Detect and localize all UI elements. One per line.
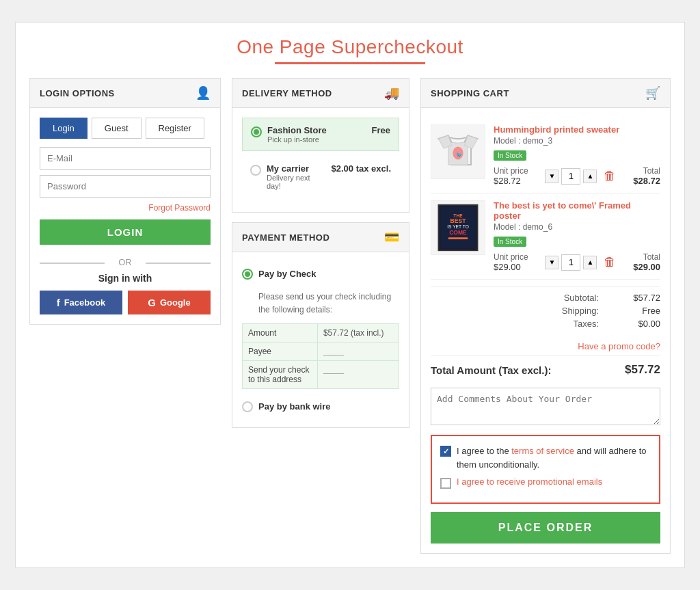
delete-poster[interactable]: 🗑 [604, 255, 616, 269]
payment-option-bankwire[interactable]: Pay by bank wire [242, 394, 399, 418]
unit-price-label-poster: Unit price [494, 252, 528, 262]
delivery-option-fashion[interactable]: Fashion Store Pick up in-store Free [242, 118, 399, 151]
unit-price-val-sweater: $28.72 [494, 176, 528, 186]
total-label-sweater: Total [633, 166, 660, 176]
delivery-panel: DELIVERY METHOD 🚚 Fashion Store Pick up … [232, 78, 409, 213]
delivery-sub-carrier: Delivery next day! [267, 174, 326, 190]
forgot-password-link[interactable]: Forgot Password [40, 203, 211, 213]
payment-bankwire-label: Pay by bank wire [258, 401, 331, 412]
total-amount-label: Total Amount (Tax excl.): [431, 364, 551, 376]
qty-down-sweater[interactable]: ▼ [545, 170, 558, 183]
delivery-panel-body: Fashion Store Pick up in-store Free My c… [232, 108, 409, 212]
facebook-label: Facebook [64, 297, 106, 308]
svg-rect-11 [448, 237, 468, 239]
qty-control-poster: ▼ ▲ 🗑 [545, 254, 616, 271]
total-amount-value: $57.72 [625, 363, 660, 377]
cart-totals: Subtotal: $57.72 Shipping: Free Taxes: $… [431, 286, 660, 337]
payment-check-label: Pay by Check [258, 269, 317, 279]
in-stock-badge-sweater: In Stock [494, 150, 526, 161]
table-row: Send your check to this address [243, 361, 399, 389]
delivery-info-fashion: Fashion Store Pick up in-store [267, 125, 366, 144]
google-login-button[interactable]: G Google [128, 291, 211, 314]
check-details-table: Amount $57.72 (tax incl.) Payee Send you… [242, 323, 399, 389]
cart-item-model-sweater: Model : demo_3 [494, 136, 660, 146]
facebook-icon: f [57, 297, 60, 308]
sweater-image: 🐦 [432, 126, 484, 178]
payment-panel-body: Pay by Check Please send us your check i… [232, 252, 409, 427]
or-divider: OR [40, 257, 211, 267]
promo-email-row: I agree to receive promotional emails [440, 477, 651, 489]
google-label: Google [160, 297, 191, 308]
promo-email-checkbox[interactable] [440, 478, 451, 489]
cart-panel: SHOPPING CART 🛒 [420, 78, 671, 554]
taxes-value: $0.00 [619, 319, 660, 329]
sign-in-with-label: Sign in with [40, 273, 211, 284]
payment-panel: PAYMENT METHOD 💳 Pay by Check Please sen… [232, 222, 409, 428]
subtotal-label: Subtotal: [564, 293, 599, 303]
check-address-label: Send your check to this address [243, 361, 318, 389]
check-payee-value [317, 343, 399, 361]
radio-bank-wire[interactable] [242, 401, 253, 412]
login-panel-body: Login Guest Register Forgot Password LOG… [30, 108, 220, 324]
poster-image: THE BEST IS YET TO COME [432, 202, 484, 254]
password-field[interactable] [40, 175, 211, 198]
delivery-price-fashion: Free [372, 125, 390, 135]
qty-down-poster[interactable]: ▼ [545, 256, 558, 269]
subtotal-row: Subtotal: $57.72 [431, 293, 660, 303]
delivery-panel-header: DELIVERY METHOD 🚚 [232, 79, 409, 108]
delivery-name-carrier: My carrier [267, 163, 326, 174]
login-panel-title: LOGIN OPTIONS [40, 88, 115, 98]
terms-checkbox[interactable] [440, 446, 451, 457]
qty-input-poster[interactable] [561, 254, 580, 271]
payment-option-check[interactable]: Pay by Check [242, 262, 399, 285]
cart-panel-header: SHOPPING CART 🛒 [421, 79, 670, 108]
table-row: Payee [243, 343, 399, 361]
cart-item-model-poster: Model : demo_6 [494, 222, 660, 232]
total-col-poster: Total $29.00 [633, 252, 660, 272]
cart-icon: 🛒 [645, 85, 660, 100]
tab-login[interactable]: Login [40, 118, 88, 139]
qty-up-sweater[interactable]: ▲ [583, 170, 597, 183]
cart-item-name-sweater: Hummingbird printed sweater [494, 124, 660, 135]
table-row: Amount $57.72 (tax incl.) [243, 324, 399, 343]
terms-of-service-row: I agree to the terms of service and will… [440, 444, 651, 471]
subtotal-value: $57.72 [619, 293, 660, 303]
terms-of-service-link[interactable]: terms of service [511, 446, 574, 456]
payment-panel-title: PAYMENT METHOD [242, 232, 329, 243]
radio-my-carrier[interactable] [250, 165, 261, 176]
google-icon: G [148, 297, 156, 308]
page-container: One Page Supercheckout LOGIN OPTIONS 👤 L… [15, 22, 685, 568]
payment-panel-header: PAYMENT METHOD 💳 [232, 223, 409, 252]
qty-up-poster[interactable]: ▲ [583, 256, 597, 269]
radio-fashion-store[interactable] [251, 126, 262, 137]
tab-register[interactable]: Register [146, 118, 204, 139]
radio-pay-by-check[interactable] [242, 269, 253, 280]
cart-item-img-sweater: 🐦 [431, 124, 485, 179]
check-payee-label: Payee [243, 343, 318, 361]
tab-guest[interactable]: Guest [92, 118, 142, 139]
place-order-button[interactable]: PLACE ORDER [431, 512, 660, 544]
qty-input-sweater[interactable] [561, 168, 580, 185]
unit-price-val-poster: $29.00 [494, 262, 528, 272]
shipping-label: Shipping: [562, 306, 599, 316]
credit-card-icon: 💳 [384, 230, 399, 245]
cart-item-name-poster: The best is yet to come\' Framed poster [494, 200, 660, 221]
delete-sweater[interactable]: 🗑 [604, 169, 616, 183]
delivery-name-fashion: Fashion Store [267, 125, 366, 135]
promo-code-link[interactable]: Have a promo code? [431, 341, 660, 351]
social-buttons: f Facebook G Google [40, 291, 211, 314]
check-address-value [317, 361, 399, 389]
terms-text-1: I agree to the [457, 446, 511, 456]
delivery-option-carrier[interactable]: My carrier Delivery next day! $2.00 tax … [242, 157, 399, 197]
taxes-row: Taxes: $0.00 [431, 319, 660, 329]
total-label-poster: Total [633, 252, 660, 262]
delivery-info-carrier: My carrier Delivery next day! [267, 163, 326, 190]
order-comments[interactable] [431, 388, 660, 425]
email-field[interactable] [40, 147, 211, 170]
svg-text:COME: COME [449, 229, 467, 236]
cart-item-sweater: 🐦 Hummingbird printed sweater Model : de… [431, 118, 660, 193]
login-button[interactable]: LOGIN [40, 219, 211, 245]
cart-item-img-poster: THE BEST IS YET TO COME [431, 200, 485, 255]
facebook-login-button[interactable]: f Facebook [40, 291, 122, 314]
in-stock-badge-poster: In Stock [494, 237, 526, 247]
